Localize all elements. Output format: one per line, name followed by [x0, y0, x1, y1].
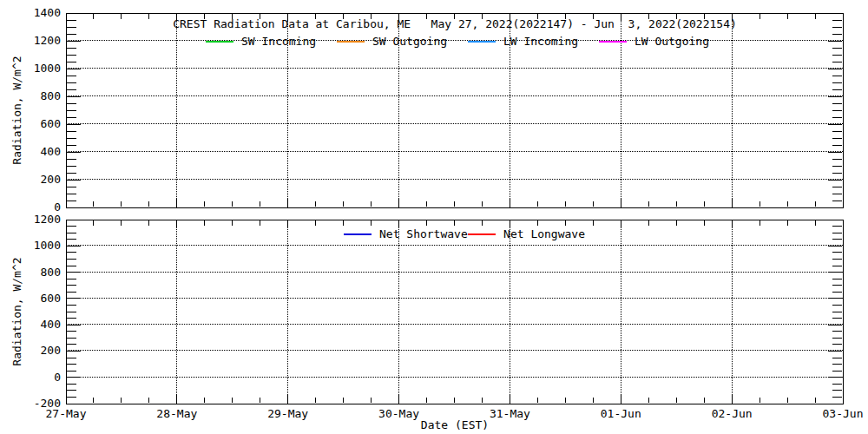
x-minor-tick — [787, 398, 788, 403]
x-minor-tick — [232, 398, 233, 403]
legend-label: LW Outgoing — [635, 36, 709, 48]
legend-label: Net Shortwave — [379, 228, 468, 240]
y-major-tick — [67, 298, 81, 299]
y-tick-label: 0 — [23, 372, 61, 384]
x-major-tick — [176, 220, 177, 228]
y-major-tick — [828, 69, 842, 69]
legend-line-swatch — [468, 41, 496, 43]
y-minor-tick — [832, 305, 842, 306]
y-minor-tick — [832, 89, 842, 90]
y-minor-tick — [67, 266, 76, 266]
radiation-plot-canvas: 1400120010008006004002000120010008006004… — [0, 0, 868, 434]
y-minor-tick — [67, 397, 76, 398]
y-minor-tick — [67, 226, 76, 227]
y-minor-tick — [67, 390, 76, 391]
y-minor-tick — [67, 48, 76, 49]
x-minor-tick — [676, 201, 677, 207]
x-minor-tick — [148, 220, 149, 226]
y-tick-label: 1400 — [23, 7, 61, 19]
y-major-tick — [67, 246, 81, 247]
x-minor-tick — [93, 398, 94, 403]
legend-line-swatch — [599, 41, 627, 43]
x-major-tick — [621, 199, 621, 207]
y-minor-tick — [67, 117, 76, 118]
y-minor-tick — [67, 55, 76, 56]
x-minor-tick — [593, 201, 594, 207]
x-minor-tick — [537, 220, 538, 226]
y-minor-tick — [832, 76, 842, 76]
x-minor-tick — [315, 201, 316, 207]
y-minor-tick — [832, 285, 842, 286]
x-minor-tick — [454, 220, 455, 226]
y-minor-tick — [67, 318, 76, 319]
x-minor-tick — [93, 220, 94, 226]
y-minor-tick — [832, 358, 842, 358]
legend-item: Net Longwave — [468, 228, 585, 240]
y-minor-tick — [832, 159, 842, 160]
x-minor-tick — [260, 201, 260, 207]
v-gridline — [621, 220, 621, 404]
legend-label: Net Longwave — [503, 228, 585, 240]
x-major-tick — [510, 199, 510, 207]
v-gridline — [732, 13, 733, 207]
y-major-tick — [67, 69, 81, 69]
x-tick-label: 28-May — [149, 408, 205, 420]
y-minor-tick — [832, 117, 842, 118]
x-tick-label: 29-May — [260, 408, 316, 420]
x-major-tick — [287, 395, 288, 403]
top-y-axis-title: Radiation, W/m^2 — [11, 16, 23, 204]
y-minor-tick — [832, 55, 842, 56]
y-major-tick — [828, 41, 842, 42]
legend-label: LW Incoming — [503, 36, 578, 48]
y-minor-tick — [832, 259, 842, 260]
x-minor-tick — [537, 398, 538, 403]
h-gridline — [66, 377, 843, 378]
x-major-tick — [732, 199, 733, 207]
y-minor-tick — [832, 239, 842, 240]
y-minor-tick — [67, 131, 76, 132]
legend-label: SW Incoming — [241, 36, 316, 48]
v-gridline — [732, 220, 733, 404]
y-major-tick — [828, 96, 842, 97]
v-gridline — [398, 220, 399, 404]
x-minor-tick — [93, 201, 94, 207]
y-minor-tick — [832, 201, 842, 201]
y-tick-label: 200 — [23, 174, 61, 186]
y-major-tick — [828, 351, 842, 352]
x-minor-tick — [760, 398, 760, 403]
x-major-tick — [621, 395, 621, 403]
legend-item: Net Shortwave — [344, 228, 468, 240]
y-minor-tick — [67, 138, 76, 139]
x-minor-tick — [121, 398, 122, 403]
y-minor-tick — [832, 338, 842, 339]
h-gridline — [66, 68, 843, 69]
x-minor-tick — [565, 220, 566, 226]
x-minor-tick — [482, 220, 483, 226]
x-minor-tick — [121, 201, 122, 207]
y-minor-tick — [67, 89, 76, 90]
x-major-tick — [398, 395, 399, 403]
y-major-tick — [828, 377, 842, 378]
y-minor-tick — [832, 62, 842, 62]
y-minor-tick — [67, 344, 76, 345]
x-major-tick — [176, 199, 177, 207]
y-major-tick — [828, 180, 842, 181]
y-major-tick — [67, 377, 81, 378]
x-minor-tick — [204, 201, 205, 207]
y-minor-tick — [832, 384, 842, 385]
y-major-tick — [828, 152, 842, 153]
legend-line-swatch — [206, 41, 233, 43]
y-minor-tick — [832, 331, 842, 332]
x-minor-tick — [648, 201, 649, 207]
h-gridline — [66, 123, 843, 124]
x-major-tick — [732, 220, 733, 228]
h-gridline — [66, 151, 843, 152]
y-minor-tick — [832, 364, 842, 365]
y-minor-tick — [832, 166, 842, 167]
legend-label: SW Outgoing — [372, 36, 447, 48]
x-minor-tick — [426, 201, 427, 207]
x-major-tick — [510, 395, 510, 403]
y-major-tick — [67, 41, 81, 42]
x-tick-label: 03-Jun — [815, 408, 868, 420]
y-minor-tick — [67, 364, 76, 365]
